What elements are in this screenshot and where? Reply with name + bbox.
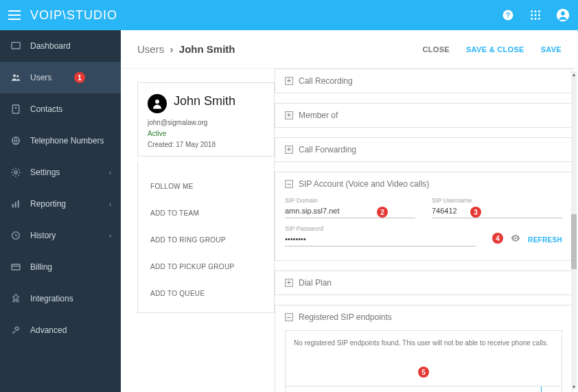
annotation-badge-5: 5 bbox=[418, 367, 429, 378]
follow-me-button[interactable]: FOLLOW ME bbox=[148, 173, 264, 200]
tools-icon bbox=[10, 324, 22, 336]
svg-rect-8 bbox=[531, 18, 533, 20]
collapse-icon: – bbox=[285, 180, 293, 188]
avatar-icon bbox=[148, 94, 167, 113]
user-email: john@sigmalaw.org bbox=[148, 117, 264, 128]
sidebar-item-label: Reporting bbox=[30, 199, 66, 209]
field-label: SIP Username bbox=[432, 197, 562, 204]
section-header[interactable]: + Dial Plan bbox=[285, 278, 562, 288]
breadcrumb-parent[interactable]: Users bbox=[137, 43, 164, 55]
expand-icon: + bbox=[285, 279, 293, 287]
sip-password-field: SIP Password •••••••• bbox=[285, 225, 476, 246]
section-call-recording: + Call Recording bbox=[275, 69, 573, 93]
settings-column: + Call Recording + Member of + Call Forw… bbox=[275, 69, 578, 392]
collapse-icon: – bbox=[285, 313, 293, 321]
svg-rect-4 bbox=[538, 10, 540, 12]
svg-rect-22 bbox=[18, 200, 19, 208]
sip-username-value[interactable]: 746412 bbox=[432, 205, 562, 218]
breadcrumb-bar: Users › John Smith CLOSE SAVE & CLOSE SA… bbox=[121, 30, 578, 69]
sip-username-field: SIP Username 746412 3 bbox=[432, 197, 562, 218]
sidebar-item-contacts[interactable]: Contacts bbox=[0, 93, 121, 125]
scroll-down-icon[interactable]: ▾ bbox=[571, 384, 577, 389]
svg-rect-21 bbox=[15, 202, 16, 207]
brand-logo: VOIP\STUDIO bbox=[30, 8, 117, 23]
svg-point-27 bbox=[515, 238, 517, 240]
annotation-badge-2: 2 bbox=[377, 207, 388, 218]
section-title: SIP Account (Voice and Video calls) bbox=[299, 179, 429, 189]
svg-rect-16 bbox=[12, 105, 19, 113]
sidebar-item-advanced[interactable]: Advanced bbox=[0, 314, 121, 346]
scroll-thumb[interactable] bbox=[571, 214, 577, 269]
content-area: Users › John Smith CLOSE SAVE & CLOSE SA… bbox=[121, 30, 578, 392]
sidebar-item-users[interactable]: Users 1 bbox=[0, 62, 121, 93]
svg-point-14 bbox=[13, 74, 16, 77]
field-label: SIP Domain bbox=[285, 197, 415, 204]
refresh-endpoints-dropdown[interactable]: ▾ bbox=[541, 387, 562, 392]
sidebar-item-dashboard[interactable]: Dashboard bbox=[0, 30, 121, 62]
save-button[interactable]: SAVE bbox=[541, 45, 562, 54]
annotation-badge-3: 3 bbox=[470, 207, 481, 218]
top-icons: ? bbox=[501, 8, 570, 22]
svg-rect-2 bbox=[531, 10, 533, 12]
chevron-right-icon: › bbox=[109, 200, 111, 208]
refresh-endpoints-button[interactable]: REFRESH REGISTERED SIP ENDPOINTS LIST bbox=[286, 387, 541, 392]
content-body: John Smith john@sigmalaw.org Active Crea… bbox=[121, 69, 578, 392]
scroll-up-icon[interactable]: ▴ bbox=[571, 71, 577, 77]
expand-icon: + bbox=[285, 77, 293, 85]
expand-icon: + bbox=[285, 146, 293, 154]
sip-password-value[interactable]: •••••••• bbox=[285, 233, 476, 246]
section-header[interactable]: – Registered SIP endpoints bbox=[285, 312, 562, 322]
sip-domain-value[interactable]: amn.sip.ssl7.net bbox=[285, 205, 415, 218]
section-title: Call Recording bbox=[299, 76, 353, 86]
eye-icon[interactable] bbox=[510, 233, 521, 244]
section-title: Registered SIP endpoints bbox=[299, 312, 392, 322]
apps-icon[interactable] bbox=[529, 8, 542, 22]
endpoints-message: No registered SIP endpoints found. This … bbox=[286, 331, 562, 386]
add-to-ring-group-button[interactable]: ADD TO RING GROUP bbox=[148, 227, 264, 253]
sidebar-item-label: Settings bbox=[30, 168, 60, 177]
scrollbar[interactable]: ▴ ▾ bbox=[571, 71, 577, 389]
sidebar-item-integrations[interactable]: Integrations bbox=[0, 283, 121, 314]
section-header[interactable]: + Call Recording bbox=[285, 76, 562, 86]
svg-text:?: ? bbox=[506, 11, 510, 19]
section-header[interactable]: + Call Forwarding bbox=[285, 145, 562, 154]
svg-rect-20 bbox=[12, 204, 14, 207]
add-to-pickup-group-button[interactable]: ADD TO PICKUP GROUP bbox=[148, 253, 264, 280]
close-button[interactable]: CLOSE bbox=[423, 45, 450, 54]
refresh-sip-button[interactable]: REFRESH bbox=[528, 236, 562, 244]
section-header[interactable]: – SIP Account (Voice and Video calls) bbox=[285, 179, 562, 189]
section-sip-account: – SIP Account (Voice and Video calls) SI… bbox=[275, 172, 573, 261]
sidebar-item-telephone-numbers[interactable]: Telephone Numbers bbox=[0, 125, 121, 157]
section-member-of: + Member of bbox=[275, 103, 573, 128]
add-to-team-button[interactable]: ADD TO TEAM bbox=[148, 200, 264, 227]
gear-icon bbox=[10, 166, 22, 178]
section-title: Dial Plan bbox=[299, 278, 332, 288]
user-status: Active bbox=[148, 128, 264, 139]
user-name: John Smith bbox=[174, 94, 235, 108]
sidebar-item-label: History bbox=[30, 231, 56, 240]
annotation-badge-1: 1 bbox=[74, 72, 85, 83]
svg-rect-3 bbox=[535, 10, 537, 12]
breadcrumb-sep: › bbox=[170, 43, 174, 55]
users-icon bbox=[10, 71, 22, 84]
sidebar-item-reporting[interactable]: Reporting › bbox=[0, 188, 121, 220]
save-and-close-button[interactable]: SAVE & CLOSE bbox=[466, 45, 524, 54]
sip-domain-field: SIP Domain amn.sip.ssl7.net 2 bbox=[285, 197, 415, 218]
header-actions: CLOSE SAVE & CLOSE SAVE bbox=[423, 45, 562, 54]
sidebar-item-settings[interactable]: Settings › bbox=[0, 157, 121, 188]
section-title: Member of bbox=[299, 111, 338, 120]
svg-point-19 bbox=[14, 171, 17, 174]
sidebar-item-label: Telephone Numbers bbox=[30, 136, 104, 146]
svg-rect-5 bbox=[531, 14, 533, 16]
sidebar-item-billing[interactable]: Billing bbox=[0, 251, 121, 283]
chevron-right-icon: › bbox=[109, 232, 111, 240]
menu-icon[interactable] bbox=[8, 10, 21, 20]
sidebar-item-history[interactable]: History › bbox=[0, 220, 121, 251]
account-icon[interactable] bbox=[556, 8, 570, 22]
section-header[interactable]: + Member of bbox=[285, 111, 562, 120]
add-to-queue-button[interactable]: ADD TO QUEUE bbox=[148, 280, 264, 307]
svg-rect-10 bbox=[538, 18, 540, 20]
sidebar-item-label: Contacts bbox=[30, 104, 62, 114]
svg-point-17 bbox=[15, 107, 17, 109]
help-icon[interactable]: ? bbox=[501, 8, 515, 22]
